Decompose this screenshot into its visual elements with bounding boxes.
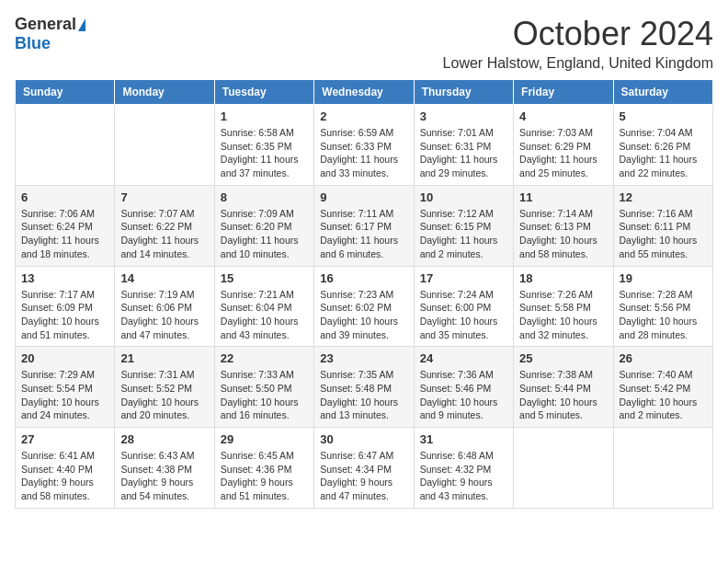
day-content: Sunrise: 7:06 AM Sunset: 6:24 PM Dayligh… <box>21 207 108 261</box>
header-monday: Monday <box>115 80 214 105</box>
calendar-cell: 21Sunrise: 7:31 AM Sunset: 5:52 PM Dayli… <box>115 347 214 428</box>
day-content: Sunrise: 7:28 AM Sunset: 5:56 PM Dayligh… <box>620 288 707 342</box>
month-title: October 2024 <box>443 15 713 53</box>
day-number: 22 <box>221 351 308 365</box>
day-number: 3 <box>420 109 507 123</box>
day-content: Sunrise: 6:58 AM Sunset: 6:35 PM Dayligh… <box>221 126 308 180</box>
header-saturday: Saturday <box>613 80 712 105</box>
logo: General Blue <box>15 15 85 53</box>
day-content: Sunrise: 7:29 AM Sunset: 5:54 PM Dayligh… <box>21 368 108 422</box>
header-wednesday: Wednesday <box>314 80 414 105</box>
calendar-cell: 2Sunrise: 6:59 AM Sunset: 6:33 PM Daylig… <box>314 105 414 186</box>
day-number: 11 <box>519 190 607 204</box>
day-content: Sunrise: 7:19 AM Sunset: 6:06 PM Dayligh… <box>120 288 208 342</box>
calendar-cell: 13Sunrise: 7:17 AM Sunset: 6:09 PM Dayli… <box>16 266 115 347</box>
header-thursday: Thursday <box>414 80 513 105</box>
day-content: Sunrise: 7:21 AM Sunset: 6:04 PM Dayligh… <box>221 288 308 342</box>
calendar-header: Sunday Monday Tuesday Wednesday Thursday… <box>16 80 713 105</box>
day-number: 13 <box>21 271 108 285</box>
day-number: 16 <box>320 271 407 285</box>
day-number: 6 <box>21 190 108 204</box>
day-number: 17 <box>420 271 507 285</box>
day-number: 26 <box>620 351 707 365</box>
calendar-cell: 4Sunrise: 7:03 AM Sunset: 6:29 PM Daylig… <box>514 105 613 186</box>
day-content: Sunrise: 7:01 AM Sunset: 6:31 PM Dayligh… <box>420 126 507 180</box>
calendar-body: 1Sunrise: 6:58 AM Sunset: 6:35 PM Daylig… <box>16 105 713 509</box>
logo-general-text: General <box>15 15 76 34</box>
day-content: Sunrise: 7:36 AM Sunset: 5:46 PM Dayligh… <box>420 368 507 422</box>
calendar-cell: 30Sunrise: 6:47 AM Sunset: 4:34 PM Dayli… <box>314 428 414 509</box>
day-content: Sunrise: 6:47 AM Sunset: 4:34 PM Dayligh… <box>320 449 407 503</box>
calendar-week-row: 6Sunrise: 7:06 AM Sunset: 6:24 PM Daylig… <box>16 185 713 266</box>
calendar-cell <box>115 105 214 186</box>
day-number: 5 <box>620 109 707 123</box>
day-number: 12 <box>620 190 707 204</box>
header-sunday: Sunday <box>16 80 115 105</box>
day-content: Sunrise: 7:40 AM Sunset: 5:42 PM Dayligh… <box>620 368 707 422</box>
day-content: Sunrise: 7:14 AM Sunset: 6:13 PM Dayligh… <box>519 207 607 261</box>
calendar-cell: 15Sunrise: 7:21 AM Sunset: 6:04 PM Dayli… <box>214 266 313 347</box>
day-content: Sunrise: 7:24 AM Sunset: 6:00 PM Dayligh… <box>420 288 507 342</box>
calendar-cell: 28Sunrise: 6:43 AM Sunset: 4:38 PM Dayli… <box>115 428 214 509</box>
calendar-cell: 31Sunrise: 6:48 AM Sunset: 4:32 PM Dayli… <box>414 428 513 509</box>
calendar-cell: 27Sunrise: 6:41 AM Sunset: 4:40 PM Dayli… <box>16 428 115 509</box>
day-content: Sunrise: 7:31 AM Sunset: 5:52 PM Dayligh… <box>120 368 208 422</box>
calendar-week-row: 13Sunrise: 7:17 AM Sunset: 6:09 PM Dayli… <box>16 266 713 347</box>
day-content: Sunrise: 7:07 AM Sunset: 6:22 PM Dayligh… <box>120 207 208 261</box>
calendar-cell: 18Sunrise: 7:26 AM Sunset: 5:58 PM Dayli… <box>514 266 613 347</box>
day-number: 19 <box>620 271 707 285</box>
day-number: 21 <box>120 351 208 365</box>
day-number: 15 <box>221 271 308 285</box>
day-content: Sunrise: 7:09 AM Sunset: 6:20 PM Dayligh… <box>221 207 308 261</box>
calendar-cell: 6Sunrise: 7:06 AM Sunset: 6:24 PM Daylig… <box>16 185 115 266</box>
calendar-cell <box>613 428 712 509</box>
calendar-cell: 12Sunrise: 7:16 AM Sunset: 6:11 PM Dayli… <box>613 185 712 266</box>
day-number: 25 <box>519 351 607 365</box>
day-number: 23 <box>320 351 407 365</box>
day-content: Sunrise: 7:33 AM Sunset: 5:50 PM Dayligh… <box>221 368 308 422</box>
day-number: 1 <box>221 109 308 123</box>
calendar-cell: 5Sunrise: 7:04 AM Sunset: 6:26 PM Daylig… <box>613 105 712 186</box>
day-content: Sunrise: 6:59 AM Sunset: 6:33 PM Dayligh… <box>320 126 407 180</box>
day-content: Sunrise: 6:45 AM Sunset: 4:36 PM Dayligh… <box>221 449 308 503</box>
day-content: Sunrise: 7:23 AM Sunset: 6:02 PM Dayligh… <box>320 288 407 342</box>
day-content: Sunrise: 6:48 AM Sunset: 4:32 PM Dayligh… <box>420 449 507 503</box>
calendar-cell <box>16 105 115 186</box>
day-content: Sunrise: 6:41 AM Sunset: 4:40 PM Dayligh… <box>21 449 108 503</box>
calendar-cell: 17Sunrise: 7:24 AM Sunset: 6:00 PM Dayli… <box>414 266 513 347</box>
calendar-cell: 23Sunrise: 7:35 AM Sunset: 5:48 PM Dayli… <box>314 347 414 428</box>
page-header: General Blue October 2024 Lower Halstow,… <box>15 15 713 72</box>
logo-triangle-icon <box>78 18 85 31</box>
calendar-cell: 19Sunrise: 7:28 AM Sunset: 5:56 PM Dayli… <box>613 266 712 347</box>
calendar-week-row: 27Sunrise: 6:41 AM Sunset: 4:40 PM Dayli… <box>16 428 713 509</box>
calendar-cell <box>514 428 613 509</box>
logo-blue-text: Blue <box>15 34 51 53</box>
day-number: 9 <box>320 190 407 204</box>
calendar-cell: 29Sunrise: 6:45 AM Sunset: 4:36 PM Dayli… <box>214 428 313 509</box>
day-number: 14 <box>120 271 208 285</box>
calendar-cell: 9Sunrise: 7:11 AM Sunset: 6:17 PM Daylig… <box>314 185 414 266</box>
calendar-week-row: 20Sunrise: 7:29 AM Sunset: 5:54 PM Dayli… <box>16 347 713 428</box>
calendar-cell: 24Sunrise: 7:36 AM Sunset: 5:46 PM Dayli… <box>414 347 513 428</box>
calendar-cell: 10Sunrise: 7:12 AM Sunset: 6:15 PM Dayli… <box>414 185 513 266</box>
day-content: Sunrise: 6:43 AM Sunset: 4:38 PM Dayligh… <box>120 449 208 503</box>
calendar-cell: 1Sunrise: 6:58 AM Sunset: 6:35 PM Daylig… <box>214 105 313 186</box>
day-number: 31 <box>420 432 507 446</box>
title-section: October 2024 Lower Halstow, England, Uni… <box>443 15 713 72</box>
day-number: 29 <box>221 432 308 446</box>
calendar-cell: 7Sunrise: 7:07 AM Sunset: 6:22 PM Daylig… <box>115 185 214 266</box>
calendar-cell: 16Sunrise: 7:23 AM Sunset: 6:02 PM Dayli… <box>314 266 414 347</box>
calendar-week-row: 1Sunrise: 6:58 AM Sunset: 6:35 PM Daylig… <box>16 105 713 186</box>
calendar-cell: 26Sunrise: 7:40 AM Sunset: 5:42 PM Dayli… <box>613 347 712 428</box>
day-content: Sunrise: 7:04 AM Sunset: 6:26 PM Dayligh… <box>620 126 707 180</box>
day-number: 28 <box>120 432 208 446</box>
day-number: 18 <box>519 271 607 285</box>
calendar-cell: 25Sunrise: 7:38 AM Sunset: 5:44 PM Dayli… <box>514 347 613 428</box>
calendar-cell: 20Sunrise: 7:29 AM Sunset: 5:54 PM Dayli… <box>16 347 115 428</box>
day-content: Sunrise: 7:38 AM Sunset: 5:44 PM Dayligh… <box>519 368 607 422</box>
day-content: Sunrise: 7:12 AM Sunset: 6:15 PM Dayligh… <box>420 207 507 261</box>
day-number: 8 <box>221 190 308 204</box>
day-number: 30 <box>320 432 407 446</box>
day-number: 24 <box>420 351 507 365</box>
calendar-cell: 8Sunrise: 7:09 AM Sunset: 6:20 PM Daylig… <box>214 185 313 266</box>
